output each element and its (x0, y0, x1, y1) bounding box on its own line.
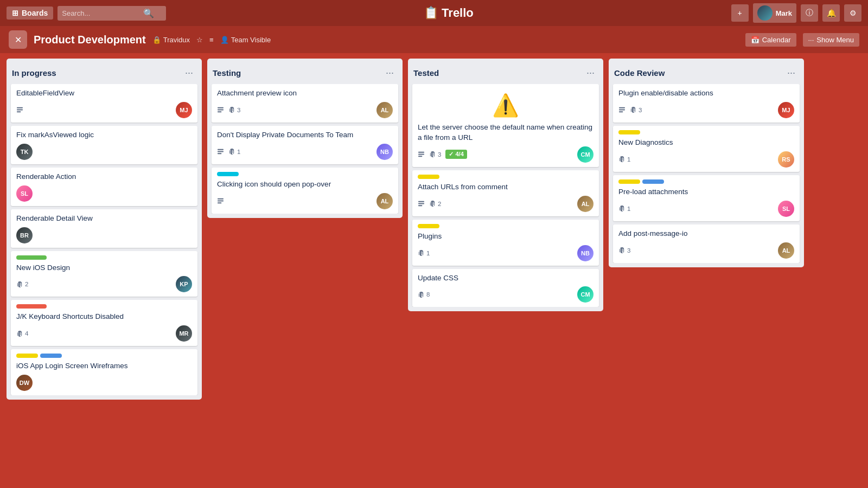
card[interactable]: Fix markAsViewed logic TK (11, 126, 197, 164)
svg-rect-8 (218, 153, 221, 155)
card-badges: 3 (618, 106, 642, 113)
menu-dots-button[interactable]: ≡ (209, 36, 214, 44)
svg-rect-0 (17, 107, 23, 108)
card-footer: 1 NB (418, 245, 593, 261)
card-title: Plugin enable/disable actions (618, 88, 794, 99)
visibility-item[interactable]: 👤 Team Visible (220, 36, 271, 44)
card[interactable]: Renderable Detail View BR (11, 209, 197, 248)
svg-rect-3 (218, 107, 224, 108)
card-title: Clicking icon should open pop-over (217, 179, 393, 190)
board-header-right: 📅 Calendar ··· Show Menu (745, 33, 859, 47)
list-title: Code Review (614, 68, 665, 78)
card-badges: 1 (217, 148, 240, 155)
card-avatar: AL (778, 242, 794, 259)
card-title: Renderable Detail View (16, 214, 192, 224)
card-label (40, 354, 62, 358)
team-icon: 👤 (220, 36, 229, 44)
card-labels (618, 179, 794, 184)
attachments-badge: 1 (618, 156, 630, 163)
user-menu-button[interactable]: Mark (753, 3, 796, 23)
list-menu-button[interactable]: ··· (583, 66, 598, 80)
attachments-badge: 2 (16, 281, 28, 288)
notifications-button[interactable]: 🔔 (822, 4, 840, 22)
list-in-progress: In progress ··· EditableFieldView MJ Fix… (7, 59, 202, 400)
card-title: Fix markAsViewed logic (16, 130, 192, 140)
card-avatar: AL (376, 193, 393, 209)
bell-icon: 🔔 (827, 9, 836, 17)
attachments-badge: 2 (429, 200, 441, 207)
card[interactable]: Attach URLs from comment 2 AL (412, 170, 599, 216)
show-menu-label: Show Menu (816, 36, 854, 44)
star-icon: ☆ (196, 36, 203, 44)
card-title: iOS App Login Screen Wireframes (16, 361, 192, 371)
calendar-button[interactable]: 📅 Calendar (745, 33, 796, 47)
card[interactable]: New Diagnostics 1 RS (613, 126, 800, 172)
card-title: Let the server choose the default name w… (418, 123, 593, 143)
calendar-icon: 📅 (751, 36, 760, 44)
board-icon-button[interactable]: ✕ (9, 30, 27, 49)
show-menu-button[interactable]: ··· Show Menu (803, 33, 860, 47)
info-icon: ⓘ (806, 8, 813, 18)
card-labels (16, 354, 192, 358)
description-badge (16, 106, 23, 113)
card-avatar: MR (176, 325, 192, 342)
card-avatar: KP (176, 276, 192, 292)
svg-rect-20 (619, 112, 623, 113)
svg-rect-14 (418, 156, 422, 157)
trello-logo: 📋 Trello (424, 6, 474, 20)
card[interactable]: New iOS Design 2 KP (11, 251, 197, 297)
card-title: New iOS Design (16, 263, 192, 273)
top-navigation: ⊞ Boards 🔍 📋 Trello + Mark ⓘ 🔔 ⚙ (0, 0, 868, 26)
card-footer: AL (217, 193, 393, 209)
settings-button[interactable]: ⚙ (844, 4, 861, 22)
card[interactable]: ⚠️ Let the server choose the default nam… (412, 84, 599, 167)
attachments-badge: 3 (228, 106, 240, 113)
card-badges: 3 ✓ 4/4 (418, 150, 467, 159)
card-labels (217, 172, 393, 176)
card[interactable]: Add post-message-io 3 AL (613, 224, 800, 263)
card[interactable]: Don't Display Private Documents To Team … (212, 126, 398, 164)
card[interactable]: Plugin enable/disable actions 3 MJ (613, 84, 800, 123)
card-label (16, 255, 47, 260)
card[interactable]: iOS App Login Screen Wireframes DW (11, 349, 197, 395)
list-cards: ⚠️ Let the server choose the default nam… (408, 84, 603, 307)
list-menu-button[interactable]: ··· (182, 66, 196, 80)
card[interactable]: Clicking icon should open pop-over AL (212, 168, 398, 214)
card-avatar: TK (16, 144, 33, 160)
card-label (618, 130, 640, 134)
card-avatar: NB (577, 245, 593, 261)
list-menu-button[interactable]: ··· (382, 66, 397, 80)
list-menu-button[interactable]: ··· (784, 66, 799, 80)
card-footer: TK (16, 144, 192, 160)
boards-button[interactable]: ⊞ Boards (7, 7, 53, 20)
card-labels (16, 255, 192, 260)
svg-rect-1 (17, 110, 23, 111)
search-bar[interactable]: 🔍 (58, 6, 166, 21)
card[interactable]: EditableFieldView MJ (11, 84, 197, 123)
star-button[interactable]: ☆ (196, 36, 203, 44)
visibility-label: Team Visible (231, 36, 271, 44)
card[interactable]: Update CSS 8 CM (412, 269, 599, 307)
card-footer: 1 RS (618, 151, 794, 168)
attachments-badge: 3 (618, 247, 630, 254)
logo-icon: 📋 (424, 6, 438, 20)
svg-rect-2 (17, 112, 21, 113)
card-footer: SL (16, 185, 192, 202)
card[interactable]: Plugins 1 NB (412, 220, 599, 266)
card-footer: 3 ✓ 4/4 CM (418, 146, 593, 163)
add-button[interactable]: + (731, 4, 749, 22)
card[interactable]: Attachment preview icon 3 AL (212, 84, 398, 123)
svg-rect-17 (418, 205, 422, 206)
card-badges: 1 (418, 249, 430, 256)
card-label (217, 172, 239, 176)
info-button[interactable]: ⓘ (801, 4, 818, 22)
workspace-item[interactable]: 🔒 Travidux (152, 36, 190, 44)
card[interactable]: Pre-load attachments 1 SL (613, 175, 800, 221)
card-label (642, 179, 664, 184)
svg-rect-9 (218, 198, 224, 200)
card[interactable]: J/K Keyboard Shortcuts Disabled 4 MR (11, 300, 197, 346)
card[interactable]: Renderable Action SL (11, 168, 197, 206)
list-tested: Tested ··· ⚠️ Let the server choose the … (408, 59, 603, 311)
card-avatar: SL (16, 185, 33, 202)
search-input[interactable] (62, 9, 143, 17)
